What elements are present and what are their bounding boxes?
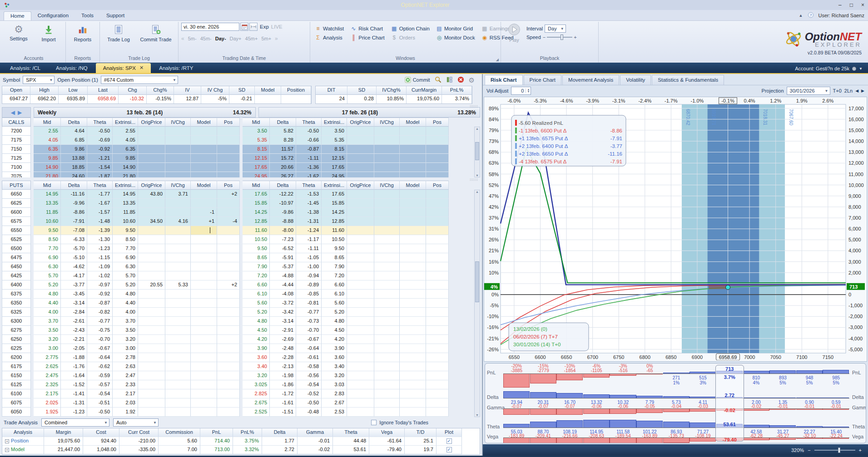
option-cell[interactable] xyxy=(165,362,191,371)
option-cell[interactable]: -1.87 xyxy=(87,172,113,177)
option-cell[interactable]: +2 xyxy=(217,190,240,199)
drag-handle[interactable]: ∷∷∷ xyxy=(470,178,478,182)
option-cell[interactable]: -0.92 xyxy=(87,145,113,154)
option-cell[interactable] xyxy=(191,199,217,208)
option-cell[interactable] xyxy=(191,326,217,335)
option-cell[interactable]: -1.21 xyxy=(87,154,113,163)
option-cell[interactable] xyxy=(426,190,449,199)
chain-col-Mid[interactable]: Mid xyxy=(243,181,270,190)
strike-cell[interactable]: 6150 xyxy=(2,371,31,380)
option-cell[interactable]: 4.00 xyxy=(113,308,138,317)
chain-col-Theta[interactable]: Theta xyxy=(87,118,113,127)
option-cell[interactable] xyxy=(165,199,191,208)
option-cell[interactable]: 24.95 xyxy=(243,172,270,177)
option-cell[interactable] xyxy=(347,326,374,335)
option-cell[interactable] xyxy=(426,408,449,417)
option-cell[interactable] xyxy=(347,154,374,163)
option-cell[interactable] xyxy=(347,408,374,417)
option-cell[interactable] xyxy=(347,271,374,280)
option-cell[interactable] xyxy=(165,326,191,335)
option-cell[interactable] xyxy=(426,145,449,154)
option-cell[interactable] xyxy=(165,244,191,253)
option-cell[interactable] xyxy=(426,136,449,145)
option-cell[interactable] xyxy=(347,244,374,253)
option-cell[interactable] xyxy=(138,398,165,408)
option-cell[interactable]: 5.70 xyxy=(113,271,138,280)
option-cell[interactable]: -0.67 xyxy=(296,335,322,344)
option-cell[interactable] xyxy=(138,172,165,177)
date-nav-45m+[interactable]: 45m+ xyxy=(245,36,258,41)
option-cell[interactable]: 11.85 xyxy=(113,208,138,217)
option-cell[interactable]: 6.35 xyxy=(34,145,61,154)
option-cell[interactable]: 12.85 xyxy=(243,217,270,226)
option-cell[interactable]: -2.13 xyxy=(270,362,296,371)
option-cell[interactable]: 2.67 xyxy=(322,398,347,408)
option-cell[interactable]: 2.33 xyxy=(113,380,138,389)
strike-cell[interactable]: 6250 xyxy=(2,335,31,344)
option-cell[interactable]: 14.90 xyxy=(34,163,61,172)
option-cell[interactable]: 11.57 xyxy=(270,145,296,154)
option-cell[interactable] xyxy=(400,335,426,344)
option-cell[interactable] xyxy=(374,335,400,344)
chain-col-Mid[interactable]: Mid xyxy=(243,118,270,127)
option-cell[interactable]: 8.50 xyxy=(113,235,138,244)
option-cell[interactable]: 4.20 xyxy=(322,335,347,344)
option-cell[interactable]: 1.925 xyxy=(34,408,61,417)
option-cell[interactable] xyxy=(400,208,426,217)
option-cell[interactable]: 3.20 xyxy=(243,371,270,380)
option-cell[interactable]: 7.70 xyxy=(113,244,138,253)
option-cell[interactable] xyxy=(217,335,240,344)
option-cell[interactable]: -1.23 xyxy=(61,408,87,417)
menu-tab-tools[interactable]: Tools xyxy=(75,11,100,20)
strike-cell[interactable]: 6200 xyxy=(2,353,31,362)
option-cell[interactable] xyxy=(400,353,426,362)
tab-statistics-fundamentals[interactable]: Statistics & Fundamentals xyxy=(652,75,724,85)
option-row-6250[interactable]: 62503.20-2.21-0.703.204.20-2.69-0.674.20 xyxy=(2,335,480,344)
option-cell[interactable]: 3.03 xyxy=(322,380,347,389)
option-cell[interactable]: -1.23 xyxy=(87,244,113,253)
strike-cell[interactable]: 6175 xyxy=(2,362,31,371)
option-row-6400[interactable]: 64005.20-3.77-0.975.2020.555.33+26.60-4.… xyxy=(2,280,480,290)
strike-cell[interactable]: 6600 xyxy=(2,208,31,217)
option-cell[interactable]: 2.675 xyxy=(243,398,270,408)
option-row-6525[interactable]: 65258.50-6.33-1.308.5010.50-7.23-1.1710.… xyxy=(2,235,480,244)
option-cell[interactable] xyxy=(138,145,165,154)
strike-cell[interactable]: 6325 xyxy=(2,308,31,317)
chain-col-OrigPrice[interactable]: OrigPrice xyxy=(347,118,374,127)
option-cell[interactable]: 7.20 xyxy=(322,271,347,280)
option-cell[interactable] xyxy=(165,389,191,398)
import-button[interactable]: Import xyxy=(35,23,63,44)
zoom-in-icon[interactable]: + xyxy=(859,447,862,453)
option-cell[interactable]: 20.66 xyxy=(270,163,296,172)
projection-mode-label[interactable]: T+0 xyxy=(833,88,842,93)
option-cell[interactable] xyxy=(347,308,374,317)
option-cell[interactable] xyxy=(374,127,400,136)
option-cell[interactable]: 2.475 xyxy=(34,371,61,380)
chain-col-Delta[interactable]: Delta xyxy=(61,118,87,127)
option-cell[interactable]: 15.85 xyxy=(322,199,347,208)
search-icon[interactable] xyxy=(435,76,441,84)
option-cell[interactable] xyxy=(347,253,374,262)
option-cell[interactable]: 2.775 xyxy=(34,353,61,362)
option-cell[interactable] xyxy=(165,145,191,154)
option-cell[interactable]: 6.85 xyxy=(61,136,87,145)
option-cell[interactable] xyxy=(165,226,191,235)
option-row-7175[interactable]: 71754.056.85-0.694.055.358.28-0.665.35 xyxy=(2,136,480,145)
option-cell[interactable] xyxy=(217,235,240,244)
option-cell[interactable]: 5.20 xyxy=(113,280,138,290)
option-cell[interactable]: -1.62 xyxy=(296,172,322,177)
option-cell[interactable] xyxy=(426,326,449,335)
dialog-launcher-icon[interactable]: ◢ xyxy=(496,58,499,62)
chain-col-IVChg[interactable]: IVChg xyxy=(374,118,400,127)
option-cell[interactable] xyxy=(426,253,449,262)
chain-col-IVChg[interactable]: IVChg xyxy=(165,118,191,127)
option-cell[interactable]: 7.20 xyxy=(243,271,270,280)
option-cell[interactable]: 2.625 xyxy=(34,362,61,371)
option-cell[interactable] xyxy=(374,353,400,362)
option-cell[interactable]: 4.80 xyxy=(243,317,270,326)
option-cell[interactable]: 10.60 xyxy=(113,217,138,226)
strike-cell[interactable]: 6475 xyxy=(2,253,31,262)
option-cell[interactable] xyxy=(138,271,165,280)
option-cell[interactable] xyxy=(138,235,165,244)
option-cell[interactable]: -1.09 xyxy=(87,262,113,271)
